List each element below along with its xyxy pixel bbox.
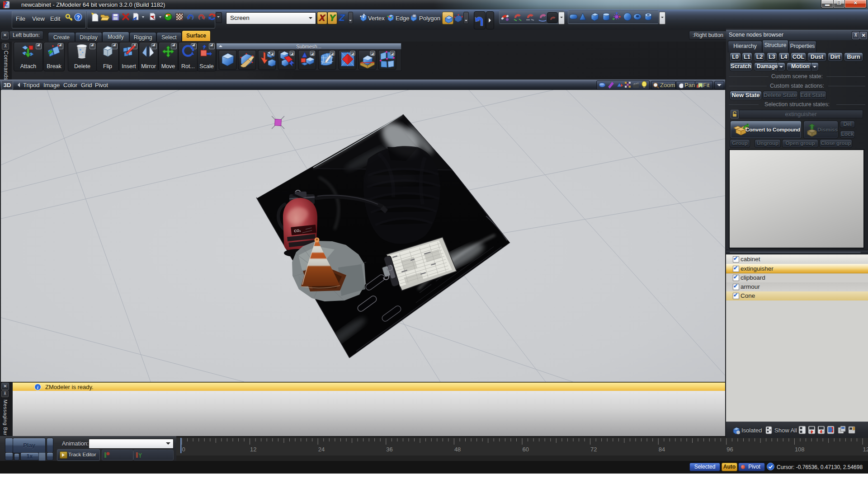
svg-text:60: 60 <box>523 446 529 453</box>
svg-text:i: i <box>37 385 38 390</box>
svg-text:36: 36 <box>386 446 392 453</box>
svg-text:12: 12 <box>250 446 256 453</box>
svg-text:48: 48 <box>454 446 461 453</box>
svg-text:◪: ◪ <box>330 52 334 56</box>
svg-text:0: 0 <box>182 446 185 453</box>
svg-text:96: 96 <box>726 446 733 453</box>
svg-text:CO₂: CO₂ <box>294 229 302 234</box>
svg-text:Y: Y <box>330 13 336 23</box>
svg-text:◪: ◪ <box>371 52 374 56</box>
svg-text:72: 72 <box>590 446 597 453</box>
svg-text:◪: ◪ <box>391 52 394 56</box>
svg-text:108: 108 <box>795 446 805 453</box>
svg-text:◪: ◪ <box>270 52 274 56</box>
svg-text:120: 120 <box>863 446 868 453</box>
svg-text:24: 24 <box>318 446 325 453</box>
svg-text:◪: ◪ <box>351 52 354 56</box>
svg-text:Z: Z <box>339 12 345 23</box>
svg-text:84: 84 <box>659 446 665 453</box>
svg-text:◪: ◪ <box>311 52 314 56</box>
svg-text:X: X <box>319 13 326 23</box>
svg-text:◪: ◪ <box>290 52 294 56</box>
svg-text:?: ? <box>76 14 80 21</box>
